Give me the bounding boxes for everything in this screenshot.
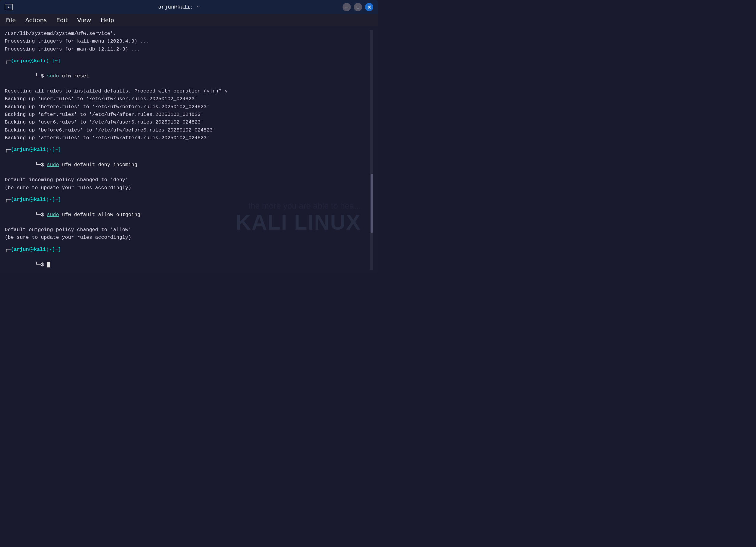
- window-title: arjun@kali: ~: [158, 4, 200, 10]
- prompt-top-4: ┌─(arjun㉿kali)-[~]: [5, 246, 370, 253]
- cmd-rest-2: ufw default deny incoming: [59, 162, 137, 167]
- prompt-bottom-1: └─$ sudo ufw reset: [5, 65, 370, 88]
- output-1-3: Backing up 'after.rules' to '/etc/ufw/af…: [5, 111, 370, 118]
- cmd-rest-1: ufw reset: [59, 73, 89, 79]
- prompt-top-1: ┌─(arjun㉿kali)-[~]: [5, 57, 370, 65]
- cmd-sudo-1: sudo: [47, 73, 59, 79]
- prompt-bottom-3: └─$ sudo ufw default allow outgoing: [5, 203, 370, 226]
- output-1-6: Backing up 'after6.rules' to '/etc/ufw/a…: [5, 134, 370, 142]
- terminal-icon: [5, 4, 13, 10]
- title-bar: arjun@kali: ~ ─ □ ✕: [0, 0, 378, 14]
- output-3-1: (be sure to update your rules accordingl…: [5, 234, 370, 241]
- terminal-body: /usr/lib/systemd/system/ufw.service'. Pr…: [0, 26, 378, 274]
- prompt-block-3: ┌─(arjun㉿kali)-[~] └─$ sudo ufw default …: [5, 196, 370, 242]
- minimize-button[interactable]: ─: [343, 3, 351, 11]
- prompt-bottom-4: └─$: [5, 253, 370, 270]
- cmd-rest-3: ufw default allow outgoing: [59, 212, 140, 217]
- maximize-button[interactable]: □: [354, 3, 362, 11]
- prompt-top-2: ┌─(arjun㉿kali)-[~]: [5, 146, 370, 154]
- output-2-1: (be sure to update your rules accordingl…: [5, 184, 370, 192]
- output-kali-menu: Processing triggers for kali-menu (2023.…: [5, 38, 370, 45]
- output-man-db: Processing triggers for man-db (2.11.2-3…: [5, 45, 370, 53]
- output-1-0: Resetting all rules to installed default…: [5, 87, 370, 95]
- scrollbar-thumb[interactable]: [371, 174, 373, 233]
- menu-edit[interactable]: Edit: [55, 16, 69, 24]
- title-bar-left: [5, 4, 15, 10]
- prompt-block-4: ┌─(arjun㉿kali)-[~] └─$: [5, 246, 370, 270]
- menu-actions[interactable]: Actions: [24, 16, 48, 24]
- output-ufw-service: /usr/lib/systemd/system/ufw.service'.: [5, 30, 370, 38]
- menu-file[interactable]: File: [5, 16, 17, 24]
- menu-view[interactable]: View: [76, 16, 92, 24]
- terminal-cursor: [47, 262, 50, 267]
- terminal-window: arjun@kali: ~ ─ □ ✕ File Actions Edit Vi…: [0, 0, 378, 274]
- terminal-content: /usr/lib/systemd/system/ufw.service'. Pr…: [5, 30, 370, 270]
- prompt-top-3: ┌─(arjun㉿kali)-[~]: [5, 196, 370, 203]
- output-1-5: Backing up 'before6.rules' to '/etc/ufw/…: [5, 126, 370, 134]
- prompt-bottom-2: └─$ sudo ufw default deny incoming: [5, 154, 370, 176]
- output-1-1: Backing up 'user.rules' to '/etc/ufw/use…: [5, 95, 370, 103]
- minimize-icon: ─: [345, 5, 348, 9]
- cmd-sudo-3: sudo: [47, 212, 59, 217]
- prompt-block-1: ┌─(arjun㉿kali)-[~] └─$ sudo ufw reset Re…: [5, 57, 370, 142]
- output-3-0: Default outgoing policy changed to 'allo…: [5, 226, 370, 234]
- output-1-2: Backing up 'before.rules' to '/etc/ufw/b…: [5, 103, 370, 111]
- menu-bar: File Actions Edit View Help: [0, 14, 378, 26]
- output-2-0: Default incoming policy changed to 'deny…: [5, 176, 370, 184]
- output-1-4: Backing up 'user6.rules' to '/etc/ufw/us…: [5, 118, 370, 126]
- close-button[interactable]: ✕: [365, 3, 373, 11]
- cmd-sudo-2: sudo: [47, 162, 59, 167]
- scrollbar[interactable]: [370, 30, 373, 270]
- window-controls: ─ □ ✕: [343, 3, 373, 11]
- menu-help[interactable]: Help: [100, 16, 115, 24]
- maximize-icon: □: [357, 5, 359, 9]
- prompt-block-2: ┌─(arjun㉿kali)-[~] └─$ sudo ufw default …: [5, 146, 370, 192]
